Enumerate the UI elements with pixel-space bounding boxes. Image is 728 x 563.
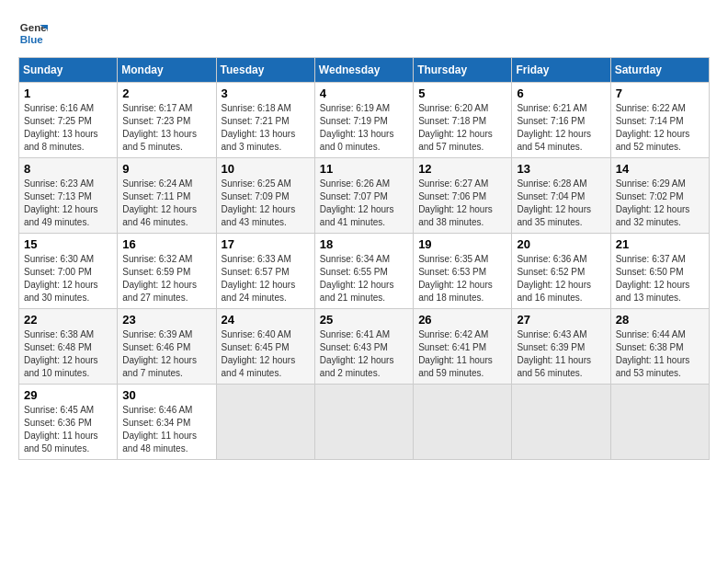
day-info: Sunrise: 6:42 AMSunset: 6:41 PMDaylight:…	[418, 328, 506, 380]
calendar-cell: 8 Sunrise: 6:23 AMSunset: 7:13 PMDayligh…	[19, 158, 118, 234]
calendar-header-row: SundayMondayTuesdayWednesdayThursdayFrid…	[19, 58, 710, 83]
day-info: Sunrise: 6:33 AMSunset: 6:57 PMDaylight:…	[222, 253, 310, 304]
day-number: 15	[24, 237, 112, 251]
calendar-week-3: 15 Sunrise: 6:30 AMSunset: 7:00 PMDaylig…	[19, 234, 710, 309]
day-number: 6	[517, 86, 605, 100]
day-info: Sunrise: 6:39 AMSunset: 6:46 PMDaylight:…	[122, 328, 210, 380]
day-number: 26	[418, 313, 506, 327]
calendar: SundayMondayTuesdayWednesdayThursdayFrid…	[18, 57, 710, 460]
day-info: Sunrise: 6:38 AMSunset: 6:48 PMDaylight:…	[24, 328, 112, 380]
logo: General Blue	[18, 18, 51, 48]
calendar-cell: 21 Sunrise: 6:37 AMSunset: 6:50 PMDaylig…	[610, 234, 709, 309]
day-info: Sunrise: 6:24 AMSunset: 7:11 PMDaylight:…	[122, 178, 210, 229]
header: General Blue	[18, 18, 710, 48]
calendar-cell: 20 Sunrise: 6:36 AMSunset: 6:52 PMDaylig…	[512, 234, 610, 309]
day-number: 24	[222, 313, 310, 327]
calendar-cell: 9 Sunrise: 6:24 AMSunset: 7:11 PMDayligh…	[118, 158, 216, 234]
calendar-cell: 29 Sunrise: 6:45 AMSunset: 6:36 PMDaylig…	[19, 385, 118, 460]
day-info: Sunrise: 6:22 AMSunset: 7:14 PMDaylight:…	[616, 102, 704, 154]
day-info: Sunrise: 6:43 AMSunset: 6:39 PMDaylight:…	[517, 328, 605, 380]
day-number: 2	[122, 86, 210, 100]
day-info: Sunrise: 6:19 AMSunset: 7:19 PMDaylight:…	[320, 102, 408, 154]
calendar-cell: 5 Sunrise: 6:20 AMSunset: 7:18 PMDayligh…	[414, 83, 512, 158]
day-info: Sunrise: 6:28 AMSunset: 7:04 PMDaylight:…	[517, 178, 605, 229]
day-number: 20	[517, 237, 605, 251]
day-info: Sunrise: 6:21 AMSunset: 7:16 PMDaylight:…	[517, 102, 605, 154]
calendar-header-friday: Friday	[512, 58, 610, 83]
day-number: 1	[24, 86, 112, 100]
day-number: 9	[122, 162, 210, 176]
day-info: Sunrise: 6:37 AMSunset: 6:50 PMDaylight:…	[616, 253, 704, 304]
calendar-header-tuesday: Tuesday	[216, 58, 314, 83]
calendar-cell: 25 Sunrise: 6:41 AMSunset: 6:43 PMDaylig…	[314, 309, 413, 385]
day-info: Sunrise: 6:26 AMSunset: 7:07 PMDaylight:…	[320, 178, 408, 229]
day-info: Sunrise: 6:35 AMSunset: 6:53 PMDaylight:…	[418, 253, 506, 304]
calendar-cell: 22 Sunrise: 6:38 AMSunset: 6:48 PMDaylig…	[19, 309, 118, 385]
day-info: Sunrise: 6:34 AMSunset: 6:55 PMDaylight:…	[320, 253, 408, 304]
calendar-week-5: 29 Sunrise: 6:45 AMSunset: 6:36 PMDaylig…	[19, 385, 710, 460]
day-number: 28	[616, 313, 704, 327]
day-number: 10	[222, 162, 310, 176]
calendar-cell: 14 Sunrise: 6:29 AMSunset: 7:02 PMDaylig…	[610, 158, 709, 234]
calendar-cell: 12 Sunrise: 6:27 AMSunset: 7:06 PMDaylig…	[414, 158, 512, 234]
logo-icon: General Blue	[18, 18, 48, 48]
calendar-cell: 16 Sunrise: 6:32 AMSunset: 6:59 PMDaylig…	[118, 234, 216, 309]
day-number: 16	[122, 237, 210, 251]
day-info: Sunrise: 6:41 AMSunset: 6:43 PMDaylight:…	[320, 328, 408, 380]
calendar-cell: 6 Sunrise: 6:21 AMSunset: 7:16 PMDayligh…	[512, 83, 610, 158]
day-info: Sunrise: 6:25 AMSunset: 7:09 PMDaylight:…	[222, 178, 310, 229]
calendar-cell: 30 Sunrise: 6:46 AMSunset: 6:34 PMDaylig…	[118, 385, 216, 460]
calendar-header-thursday: Thursday	[414, 58, 512, 83]
day-info: Sunrise: 6:44 AMSunset: 6:38 PMDaylight:…	[616, 328, 704, 380]
calendar-cell: 13 Sunrise: 6:28 AMSunset: 7:04 PMDaylig…	[512, 158, 610, 234]
calendar-cell: 11 Sunrise: 6:26 AMSunset: 7:07 PMDaylig…	[314, 158, 413, 234]
calendar-cell	[314, 385, 413, 460]
day-info: Sunrise: 6:17 AMSunset: 7:23 PMDaylight:…	[122, 102, 210, 154]
calendar-header-sunday: Sunday	[19, 58, 118, 83]
day-number: 27	[517, 313, 605, 327]
day-number: 23	[122, 313, 210, 327]
day-info: Sunrise: 6:32 AMSunset: 6:59 PMDaylight:…	[122, 253, 210, 304]
day-number: 19	[418, 237, 506, 251]
calendar-cell: 10 Sunrise: 6:25 AMSunset: 7:09 PMDaylig…	[216, 158, 314, 234]
svg-text:Blue: Blue	[20, 34, 44, 45]
day-number: 25	[320, 313, 408, 327]
day-info: Sunrise: 6:36 AMSunset: 6:52 PMDaylight:…	[517, 253, 605, 304]
day-info: Sunrise: 6:18 AMSunset: 7:21 PMDaylight:…	[222, 102, 310, 154]
calendar-cell: 7 Sunrise: 6:22 AMSunset: 7:14 PMDayligh…	[610, 83, 709, 158]
day-info: Sunrise: 6:30 AMSunset: 7:00 PMDaylight:…	[24, 253, 112, 304]
day-number: 17	[222, 237, 310, 251]
calendar-cell: 24 Sunrise: 6:40 AMSunset: 6:45 PMDaylig…	[216, 309, 314, 385]
calendar-week-4: 22 Sunrise: 6:38 AMSunset: 6:48 PMDaylig…	[19, 309, 710, 385]
day-number: 7	[616, 86, 704, 100]
day-number: 13	[517, 162, 605, 176]
calendar-header-monday: Monday	[118, 58, 216, 83]
day-info: Sunrise: 6:29 AMSunset: 7:02 PMDaylight:…	[616, 178, 704, 229]
day-number: 3	[222, 86, 310, 100]
calendar-week-2: 8 Sunrise: 6:23 AMSunset: 7:13 PMDayligh…	[19, 158, 710, 234]
day-number: 30	[122, 388, 210, 402]
calendar-cell: 19 Sunrise: 6:35 AMSunset: 6:53 PMDaylig…	[414, 234, 512, 309]
calendar-cell: 18 Sunrise: 6:34 AMSunset: 6:55 PMDaylig…	[314, 234, 413, 309]
day-info: Sunrise: 6:45 AMSunset: 6:36 PMDaylight:…	[24, 404, 112, 455]
day-number: 5	[418, 86, 506, 100]
day-number: 14	[616, 162, 704, 176]
day-number: 18	[320, 237, 408, 251]
calendar-cell: 17 Sunrise: 6:33 AMSunset: 6:57 PMDaylig…	[216, 234, 314, 309]
calendar-cell	[216, 385, 314, 460]
calendar-cell: 23 Sunrise: 6:39 AMSunset: 6:46 PMDaylig…	[118, 309, 216, 385]
svg-text:General: General	[20, 22, 48, 33]
calendar-cell: 15 Sunrise: 6:30 AMSunset: 7:00 PMDaylig…	[19, 234, 118, 309]
day-number: 8	[24, 162, 112, 176]
calendar-header-saturday: Saturday	[610, 58, 709, 83]
calendar-week-1: 1 Sunrise: 6:16 AMSunset: 7:25 PMDayligh…	[19, 83, 710, 158]
day-number: 21	[616, 237, 704, 251]
calendar-cell	[414, 385, 512, 460]
day-info: Sunrise: 6:16 AMSunset: 7:25 PMDaylight:…	[24, 102, 112, 154]
day-number: 29	[24, 388, 112, 402]
day-info: Sunrise: 6:20 AMSunset: 7:18 PMDaylight:…	[418, 102, 506, 154]
calendar-cell: 28 Sunrise: 6:44 AMSunset: 6:38 PMDaylig…	[610, 309, 709, 385]
day-info: Sunrise: 6:23 AMSunset: 7:13 PMDaylight:…	[24, 178, 112, 229]
calendar-cell	[512, 385, 610, 460]
day-info: Sunrise: 6:46 AMSunset: 6:34 PMDaylight:…	[122, 404, 210, 455]
